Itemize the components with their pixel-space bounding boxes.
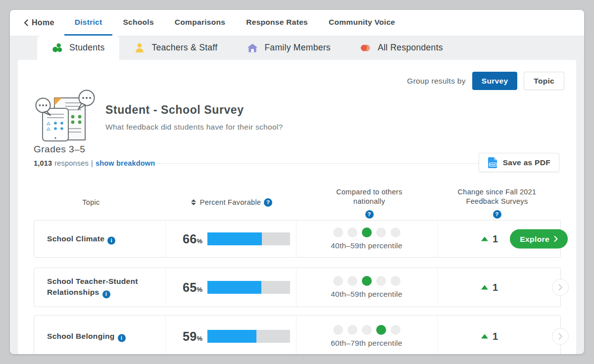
column-separator [437, 221, 438, 257]
percentile-dot-active [362, 228, 372, 237]
divider-line [157, 163, 483, 164]
percentile-dot [347, 228, 357, 237]
survey-question: What feedback did students have for thei… [105, 123, 283, 132]
separator: | [91, 159, 93, 167]
survey-title: Student - School Survey [105, 103, 244, 117]
chevron-left-icon [24, 19, 28, 26]
tab-students[interactable]: Students [37, 36, 119, 60]
topic-text: School Teacher-Student Relationships [47, 277, 138, 296]
save-pdf-label: Save as PDF [503, 158, 550, 167]
percent-number: 59 [183, 329, 197, 343]
percent-favorable-value: 66% [167, 232, 202, 246]
row-expand-chevron-button[interactable] [552, 279, 569, 296]
column-separator [165, 316, 166, 354]
group-by-survey-button[interactable]: Survey [472, 72, 518, 90]
change-value: 1 [493, 233, 498, 245]
nav-item-comparisons[interactable]: Comparisons [164, 10, 236, 36]
responses-count: 1,013 [34, 159, 52, 167]
audience-tabstrip: Students Teachers & Staff Family Members [10, 36, 584, 60]
topic-text: School Belonging [47, 332, 115, 340]
table-row-school-belonging: School Belongingi 59% 60th–79th percenti… [34, 315, 561, 354]
favorable-bar [207, 232, 290, 245]
table-row-school-climate: School Climatei 66% 40th–59th percentile… [34, 220, 561, 258]
overlapping-circles-icon [360, 43, 371, 53]
percent-sign: % [197, 335, 202, 342]
tab-label: Family Members [264, 43, 331, 53]
percentile-dot [333, 228, 343, 237]
percent-sign: % [197, 237, 202, 245]
home-link[interactable]: Home [24, 10, 54, 36]
nav-item-schools[interactable]: Schools [112, 10, 164, 36]
help-icon[interactable]: ? [493, 210, 501, 219]
percent-sign: % [197, 286, 202, 293]
tab-family-members[interactable]: Family Members [232, 36, 346, 60]
app-window: Home District Schools Comparisons Respon… [10, 10, 584, 354]
responses-summary: 1,013 responses | show breakdown [34, 159, 155, 167]
percentile-dot [333, 325, 343, 335]
column-separator [437, 316, 438, 354]
arrow-up-icon [481, 237, 488, 241]
sort-icon[interactable] [191, 199, 196, 205]
change-value: 1 [493, 331, 498, 342]
grades-heading: Grades 3–5 [34, 144, 85, 155]
info-icon[interactable]: i [107, 236, 115, 244]
tab-label: All Respondents [378, 43, 443, 53]
topic-label: School Belongingi [47, 331, 158, 342]
column-header-topic: Topic [18, 198, 164, 207]
tab-all-respondents[interactable]: All Respondents [346, 36, 458, 60]
percentile-dot [376, 276, 386, 286]
nav-item-district[interactable]: District [64, 10, 113, 36]
pdf-file-icon: PDF [488, 157, 498, 169]
nav-item-community-voice[interactable]: Community Voice [318, 10, 405, 36]
compared-line2: nationally [295, 197, 444, 206]
percent-favorable-value: 59% [167, 329, 202, 344]
column-header-compared-nationally: Compared to others nationally ? [295, 187, 444, 219]
info-icon[interactable]: i [102, 291, 110, 299]
group-results-toggle: Group results by Survey Topic [407, 72, 564, 90]
percentile-label: 40th–59th percentile [331, 241, 402, 250]
nav-item-response-rates[interactable]: Response Rates [236, 10, 318, 36]
explore-button[interactable]: Explore [510, 229, 568, 249]
row-expand-chevron-button[interactable] [552, 328, 569, 345]
show-breakdown-link[interactable]: show breakdown [96, 159, 155, 167]
help-icon[interactable]: ? [264, 198, 272, 207]
percentile-dot [362, 325, 372, 335]
home-label: Home [32, 18, 54, 27]
topic-label: School Climatei [47, 233, 158, 245]
svg-text:PDF: PDF [490, 163, 495, 166]
table-row-teacher-student-relationships: School Teacher-Student Relationshipsi 65… [34, 268, 561, 307]
percentile-cell: 40th–59th percentile [296, 228, 437, 250]
percent-favorable-label: Percent Favorable [200, 198, 261, 207]
tab-teachers-staff[interactable]: Teachers & Staff [119, 36, 232, 60]
tab-label: Students [69, 43, 104, 53]
column-header-change-since: Change since Fall 2021 Feedback Surveys … [425, 187, 569, 219]
help-icon[interactable]: ? [365, 210, 374, 219]
percentile-dot-active [376, 325, 386, 335]
chevron-right-icon [554, 236, 558, 242]
students-cluster-icon [52, 43, 63, 53]
percentile-cell: 60th–79th percentile [296, 325, 437, 348]
house-icon [247, 43, 258, 53]
save-as-pdf-button[interactable]: PDF Save as PDF [479, 153, 559, 172]
percentile-dot [391, 325, 400, 335]
survey-illustration [35, 90, 96, 144]
group-results-label: Group results by [407, 77, 466, 86]
favorable-bar-fill [207, 330, 256, 343]
percentile-dot [347, 325, 357, 335]
percentile-dot [333, 276, 343, 286]
tab-label: Teachers & Staff [151, 43, 217, 53]
responses-label: responses [54, 159, 89, 167]
change-line1: Change since Fall 2021 [425, 187, 569, 197]
percent-number: 66 [183, 232, 197, 246]
group-by-topic-button[interactable]: Topic [524, 72, 564, 90]
info-icon[interactable]: i [118, 334, 126, 342]
percentile-dot-active [362, 276, 372, 286]
favorable-bar [207, 281, 290, 294]
top-navbar: Home District Schools Comparisons Respon… [10, 10, 584, 36]
percentile-label: 60th–79th percentile [331, 339, 402, 348]
percent-favorable-value: 65% [167, 280, 202, 295]
change-value: 1 [493, 282, 498, 293]
percentile-label: 40th–59th percentile [331, 290, 402, 299]
percentile-dot [391, 228, 400, 237]
percentile-dots [333, 325, 400, 335]
